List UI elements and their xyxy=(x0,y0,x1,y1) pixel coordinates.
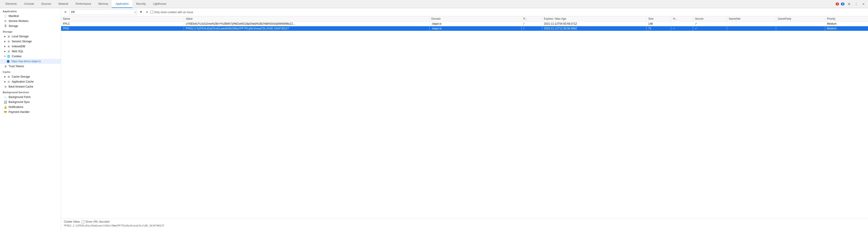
back-forward-cache-icon: ⊟ xyxy=(4,85,7,88)
sidebar-item-indexeddb[interactable]: ▶ ⊞ IndexedDB xyxy=(0,44,61,49)
refresh-button[interactable]: ⟳ xyxy=(63,10,68,15)
sidebar-item-storage[interactable]: 🗄 Storage xyxy=(0,24,61,29)
cell-size: 71 xyxy=(647,26,671,31)
tab-sources[interactable]: Sources xyxy=(37,0,55,8)
delete-filter-button[interactable]: ✕ xyxy=(144,10,149,15)
sidebar-item-label-payment-handler: Payment Handler xyxy=(9,110,30,114)
tab-elements[interactable]: Elements xyxy=(2,0,20,8)
cell-secure: ✓ xyxy=(693,22,727,26)
local-storage-icon: ⊞ xyxy=(7,35,10,38)
tab-security[interactable]: Security xyxy=(132,0,149,8)
sidebar-item-session-storage[interactable]: ▶ ⊞ Session Storage xyxy=(0,39,61,44)
sidebar-item-manifest[interactable]: 📄 Manifest xyxy=(0,13,61,19)
storage-icon: 🗄 xyxy=(4,24,7,28)
close-devtools-button[interactable]: ✕ xyxy=(861,1,866,7)
warning-badge: 3 xyxy=(841,2,844,5)
sidebar-item-bg-fetch[interactable]: ↑↓ Background Fetch xyxy=(0,95,61,99)
expand-arrow-cookies: ▼ xyxy=(4,55,6,58)
show-url-decoded-checkbox[interactable] xyxy=(82,220,85,223)
sidebar-item-payment-handler[interactable]: 💳 Payment Handler xyxy=(0,110,61,115)
sidebar-item-label-manifest: Manifest xyxy=(9,14,19,18)
cell-expires: 2023-11-11T12:36:58.096Z xyxy=(542,26,646,31)
more-options-button[interactable]: ⋮ xyxy=(854,1,859,7)
cell-secure: ✓ xyxy=(693,26,727,31)
only-issues-label[interactable]: Only show cookies with an issue xyxy=(150,11,193,14)
sidebar-item-label-local-storage: Local Storage xyxy=(12,35,29,38)
col-header-value[interactable]: Value xyxy=(184,16,430,22)
sidebar-item-back-forward-cache[interactable]: ⊟ Back-forward Cache xyxy=(0,84,61,89)
sidebar-item-label-cookie-url: https://wp-demo.stape.io xyxy=(11,60,41,63)
tab-memory[interactable]: Memory xyxy=(95,0,112,8)
sidebar-item-label-cookies: Cookies xyxy=(12,55,22,58)
cell-samesite xyxy=(727,22,776,26)
only-issues-text: Only show cookies with an issue xyxy=(154,11,193,14)
filter-icon-button[interactable]: ⚑ xyxy=(138,10,144,15)
error-badge: 4 xyxy=(836,2,839,5)
filter-options: ⚑ ✕ Only show cookies with an issue xyxy=(138,10,193,15)
cell-sameparty xyxy=(776,26,825,31)
only-issues-checkbox[interactable] xyxy=(150,11,153,13)
sidebar-item-service-workers[interactable]: ⚙ Service Workers xyxy=(0,19,61,24)
settings-button[interactable]: ⚙ xyxy=(846,1,852,7)
tab-network[interactable]: Network xyxy=(55,0,72,8)
col-header-size[interactable]: Size xyxy=(647,16,671,22)
col-header-name[interactable]: Name xyxy=(61,16,184,22)
sidebar-item-web-sql[interactable]: ▶ ⊞ Web SQL xyxy=(0,49,61,54)
cell-sameparty xyxy=(776,22,825,26)
cookie-value-title: Cookie Value xyxy=(64,220,80,223)
tab-console[interactable]: Console xyxy=(20,0,37,8)
show-url-decoded-label[interactable]: Show URL decoded xyxy=(82,220,110,223)
col-header-secure[interactable]: Secure xyxy=(693,16,727,22)
service-workers-icon: ⚙ xyxy=(4,19,7,23)
sidebar-bg-services-title: Background Services xyxy=(0,89,61,95)
col-header-expires[interactable]: Expires / Max-Age xyxy=(542,16,646,22)
filter-input[interactable] xyxy=(69,9,137,15)
cookie-url-icon: 🔵 xyxy=(6,59,10,63)
bottom-panel: Cookie Value Show URL decoded FPID2.2.%2… xyxy=(61,218,868,230)
sidebar: Application 📄 Manifest ⚙ Service Workers… xyxy=(0,8,61,230)
sidebar-item-cookie-url[interactable]: 🔵 https://wp-demo.stape.io xyxy=(0,59,61,64)
clear-filter-button[interactable]: ✕ xyxy=(134,11,136,13)
sidebar-item-application-cache[interactable]: ▶ ⊟ Application Cache xyxy=(0,79,61,84)
show-url-decoded-text: Show URL decoded xyxy=(86,220,110,223)
sidebar-item-label-application-cache: Application Cache xyxy=(12,80,34,83)
tab-end-icons: 4 3 ⚙ ⋮ ✕ xyxy=(836,1,868,7)
cell-samesite xyxy=(727,26,776,31)
sidebar-app-title: Application xyxy=(0,8,61,13)
content-area: ⟳ ✕ ⚑ ✕ Only show cookies with an issue … xyxy=(61,8,868,230)
sidebar-storage-title: Storage xyxy=(0,29,61,34)
sidebar-item-label-cache-storage: Cache Storage xyxy=(12,75,30,78)
sidebar-item-label-bg-fetch: Background Fetch xyxy=(9,95,31,99)
sidebar-item-bg-sync[interactable]: 🔄 Background Sync xyxy=(0,99,61,105)
table-row[interactable]: FPID FPID2.2.%2FE4LiEejCKwGLwevlh56zt3Wq… xyxy=(61,26,868,31)
tab-application[interactable]: Application xyxy=(112,0,132,8)
col-header-path[interactable]: P... xyxy=(522,16,542,22)
sidebar-item-label-session-storage: Session Storage xyxy=(12,40,32,43)
col-header-samesite[interactable]: SameSite xyxy=(727,16,776,22)
cookies-icon: 🌐 xyxy=(7,55,10,58)
sidebar-item-trust-tokens[interactable]: ⊞ Trust Tokens xyxy=(0,64,61,69)
table-row[interactable]: FPLC uYl5Eb4LFUJuG2mw%2BnY%2BMX7jrfWZwNG… xyxy=(61,22,868,26)
cell-httponly: ✓ xyxy=(671,26,693,31)
sidebar-item-notifications[interactable]: 🔔 Notifications xyxy=(0,105,61,110)
sidebar-item-local-storage[interactable]: ▶ ⊞ Local Storage xyxy=(0,34,61,39)
tab-lighthouse[interactable]: Lighthouse xyxy=(149,0,170,8)
col-header-httponly[interactable]: H... xyxy=(671,16,693,22)
sidebar-item-cookies[interactable]: ▼ 🌐 Cookies xyxy=(0,54,61,59)
col-header-sameparty[interactable]: SameParty xyxy=(776,16,825,22)
sidebar-item-label-storage: Storage xyxy=(9,24,18,28)
sidebar-item-label-bg-sync: Background Sync xyxy=(9,100,30,103)
cell-expires: 2021-11-12T04:50:59.071Z xyxy=(542,22,646,26)
trust-tokens-icon: ⊞ xyxy=(4,64,7,68)
cell-size: 148 xyxy=(647,22,671,26)
cell-name: FPID xyxy=(61,26,184,31)
sidebar-item-cache-storage[interactable]: ▶ ⊞ Cache Storage xyxy=(0,74,61,79)
session-storage-icon: ⊞ xyxy=(7,39,10,43)
expand-arrow-local-storage: ▶ xyxy=(4,35,6,38)
payment-handler-icon: 💳 xyxy=(4,110,7,114)
col-header-priority[interactable]: Priority xyxy=(825,16,868,22)
bg-fetch-icon: ↑↓ xyxy=(4,95,7,99)
sidebar-item-label-service-workers: Service Workers xyxy=(9,20,29,23)
col-header-domain[interactable]: Domain xyxy=(430,16,522,22)
tab-performance[interactable]: Performance xyxy=(72,0,95,8)
